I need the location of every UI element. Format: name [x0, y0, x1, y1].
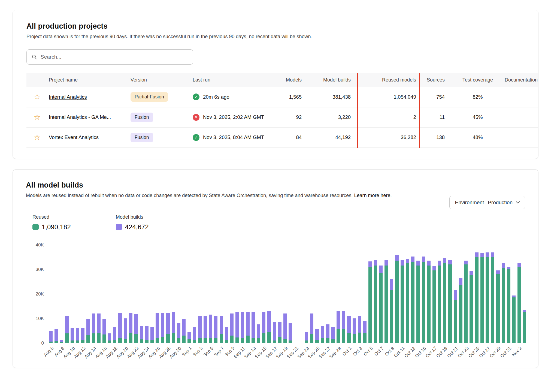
y-axis: 010K20K30K40K [28, 245, 48, 343]
bar-builds-segment [406, 259, 409, 263]
favorite-star-icon[interactable]: ☆ [34, 93, 40, 101]
documentation-cell [504, 107, 538, 127]
x-tick-label: Sep 21 [286, 346, 299, 359]
table-header-row: Project nameVersionLast runModelsModel b… [26, 73, 538, 87]
bar-builds-segment [379, 266, 383, 273]
x-tick-label: Sep 17 [264, 346, 278, 359]
bar-slot: Aug 28 [165, 245, 171, 343]
x-tick-label: Oct 7 [373, 346, 385, 357]
project-name-link[interactable]: Internal Analytics [49, 94, 87, 100]
bar-slot: Sep 5 [208, 245, 213, 343]
bar-builds-segment [289, 323, 292, 340]
bar-reused-segment [331, 339, 335, 343]
favorite-cell: ☆ [26, 127, 48, 147]
x-tick-label: Sep 23 [296, 346, 310, 359]
bar-reused-segment [220, 334, 223, 343]
bar-reused-segment [214, 338, 218, 343]
favorite-star-icon[interactable]: ☆ [34, 113, 40, 121]
bar-slot [373, 245, 378, 343]
bar-builds-segment [390, 279, 393, 290]
bar-reused-segment [480, 257, 484, 343]
learn-more-link[interactable]: Learn more here. [354, 193, 392, 198]
x-tick-label: Oct 23 [457, 346, 470, 359]
bar-builds-segment [97, 313, 101, 333]
bar-slot [245, 245, 251, 343]
bar-builds-segment [374, 260, 377, 266]
x-tick-label: Sep 15 [254, 346, 267, 359]
bar-slot: Nov 2 [517, 245, 522, 343]
bar-builds-segment [337, 311, 340, 330]
bar-slot: Aug 26 [155, 245, 160, 343]
bar-builds-segment [214, 316, 218, 339]
bar-reused-segment [113, 340, 117, 343]
bar-reused-segment [454, 300, 457, 343]
bar-reused-segment [337, 329, 340, 343]
last-run-text: Nov 3, 2025, 2:02 AM GMT [203, 114, 264, 120]
search-icon [32, 54, 37, 60]
x-tick-label: Sep 25 [307, 346, 320, 359]
favorite-star-icon[interactable]: ☆ [34, 133, 40, 141]
bar-slot [437, 245, 442, 343]
x-tick-label: Aug 28 [158, 346, 171, 359]
bar-reused-segment [241, 338, 244, 343]
bar-builds-segment [368, 261, 372, 267]
bar-reused-segment [283, 339, 287, 343]
legend-swatch-model-builds [116, 224, 122, 230]
project-name-cell: Internal Analytics [48, 87, 129, 107]
bar-builds-segment [491, 252, 495, 257]
bar-builds-segment [507, 267, 510, 269]
bar-builds-segment [60, 340, 63, 342]
bar-slot: Sep 21 [293, 245, 298, 343]
projects-card-subtitle: Project data shown is for the previous 9… [26, 34, 538, 40]
bar-builds-segment [65, 316, 69, 334]
bar-builds-segment [448, 260, 452, 264]
bar-builds-segment [342, 311, 346, 329]
bar-reused-segment [310, 334, 314, 343]
y-tick-label: 10K [36, 316, 44, 321]
project-name-link[interactable]: Internal Analytics - GA Me... [49, 114, 111, 120]
version-cell: Partial-Fusion [129, 87, 192, 107]
bar-reused-segment [65, 333, 69, 343]
bar-builds-segment [454, 290, 457, 300]
bar-reused-segment [374, 266, 377, 343]
bar-builds-segment [470, 271, 473, 275]
bar-builds-segment [187, 332, 191, 339]
version-badge: Fusion [131, 133, 153, 142]
bar-builds-segment [353, 318, 356, 334]
chevron-down-icon [516, 201, 520, 204]
bar-builds-segment [204, 316, 207, 338]
bar-slot: Oct 23 [463, 245, 469, 343]
bar-reused-segment [134, 334, 138, 343]
bar-builds-segment [182, 319, 186, 335]
bar-slot [405, 245, 410, 343]
x-tick-label: Sep 27 [317, 346, 331, 359]
bar-reused-segment [438, 266, 441, 343]
legend-item-reused: Reused 1,090,182 [32, 214, 71, 231]
documentation-cell [504, 87, 538, 107]
bar-reused-segment [368, 267, 372, 343]
bar-slot [171, 245, 176, 343]
reused-models-cell: 2 [358, 107, 423, 127]
x-tick-label: Oct 3 [352, 346, 363, 357]
x-tick-label: Oct 13 [404, 346, 417, 359]
environment-select[interactable]: Environment Production [449, 196, 525, 209]
bar-reused-segment [464, 264, 468, 343]
bar-slot: Aug 20 [123, 245, 128, 343]
table-body: ☆Internal AnalyticsPartial-Fusion✓20m 6s… [26, 87, 538, 147]
bar-reused-segment [161, 337, 165, 343]
bar-reused-segment [198, 338, 202, 343]
bar-reused-segment [156, 338, 159, 343]
bar-reused-segment [92, 333, 95, 343]
bar-reused-segment [491, 257, 495, 343]
bar-builds-segment [129, 313, 132, 333]
bar-slot [192, 245, 197, 343]
legend-value-reused: 1,090,182 [42, 223, 71, 231]
bar-slot [107, 245, 112, 343]
bar-reused-segment [363, 333, 367, 343]
bar-slot [64, 245, 70, 343]
last-run-cell: ✓Nov 3, 2025, 8:04 AM GMT [192, 127, 281, 147]
bar-builds-segment [134, 314, 138, 334]
search-input[interactable] [41, 54, 188, 60]
project-name-link[interactable]: Vortex Event Analytics [49, 134, 99, 140]
bar-slot [447, 245, 453, 343]
